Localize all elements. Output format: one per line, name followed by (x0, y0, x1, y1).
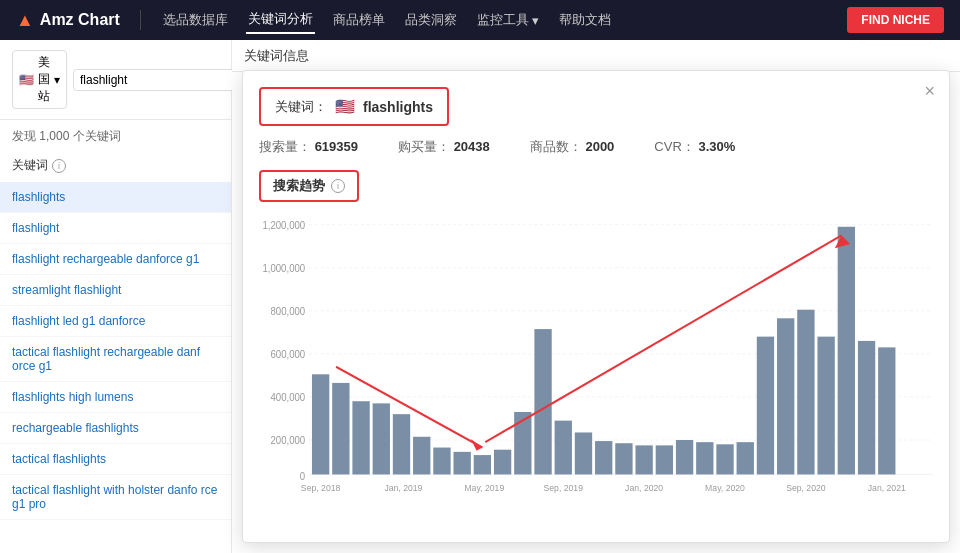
bar-3 (352, 401, 369, 474)
nav-divider (140, 10, 141, 30)
region-label: 美国站 (38, 54, 50, 105)
region-selector[interactable]: 🇺🇸 美国站 ▾ (12, 50, 67, 109)
keyword-item-flashlight-led[interactable]: flashlight led g1 danforce (0, 306, 231, 337)
stats-row: 搜索量： 619359 购买量： 20438 商品数： 2000 CVR： 3.… (259, 138, 933, 156)
app-header: ▲ Amz Chart 选品数据库 关键词分析 商品榜单 品类洞察 监控工具 ▾… (0, 0, 960, 40)
chart-svg: 1,200,000 1,000,000 800,000 600,000 400,… (259, 216, 933, 496)
sidebar: 🇺🇸 美国站 ▾ 发现 1,000 个关键词 关键词 i flashlights… (0, 40, 232, 553)
chevron-down-icon: ▾ (54, 73, 60, 87)
nav-item-rankings[interactable]: 商品榜单 (331, 7, 387, 33)
bar-21 (716, 444, 733, 474)
bar-15 (595, 441, 612, 474)
nav-item-product-db[interactable]: 选品数据库 (161, 7, 230, 33)
close-button[interactable]: × (924, 81, 935, 102)
bar-26 (817, 337, 834, 475)
keyword-item-high-lumens[interactable]: flashlights high lumens (0, 382, 231, 413)
svg-text:Jan, 2020: Jan, 2020 (625, 482, 663, 493)
keyword-search-input[interactable] (73, 69, 237, 91)
search-volume-stat: 搜索量： 619359 (259, 138, 358, 156)
svg-text:Sep, 2019: Sep, 2019 (544, 482, 584, 493)
svg-text:May, 2020: May, 2020 (705, 482, 745, 493)
bar-4 (373, 403, 390, 474)
svg-text:400,000: 400,000 (270, 392, 305, 404)
bar-27 (838, 227, 855, 475)
svg-text:800,000: 800,000 (270, 306, 305, 318)
content-area: 关键词信息 × 关键词： 🇺🇸 flashlights 搜索量： 619359 … (232, 40, 960, 553)
bar-5 (393, 414, 410, 474)
svg-text:Sep, 2020: Sep, 2020 (786, 482, 826, 493)
keyword-item-rechargeable-flashlights[interactable]: rechargeable flashlights (0, 413, 231, 444)
keyword-list: flashlights flashlight flashlight rechar… (0, 182, 231, 553)
keyword-item-tactical-holster[interactable]: tactical flashlight with holster danfo r… (0, 475, 231, 520)
trend-info-icon[interactable]: i (331, 179, 345, 193)
svg-text:1,000,000: 1,000,000 (262, 263, 305, 275)
keyword-highlight-box: 关键词： 🇺🇸 flashlights (259, 87, 449, 126)
bar-23 (757, 337, 774, 475)
cvr-stat: CVR： 3.30% (654, 138, 735, 156)
keyword-item-flashlights[interactable]: flashlights (0, 182, 231, 213)
product-count-stat: 商品数： 2000 (530, 138, 615, 156)
bar-29 (878, 347, 895, 474)
find-niche-button[interactable]: FIND NICHE (847, 7, 944, 33)
bar-18 (656, 445, 673, 474)
bar-14 (575, 432, 592, 474)
logo-icon: ▲ (16, 10, 34, 31)
bar-19 (676, 440, 693, 474)
bar-12 (534, 329, 551, 474)
bar-16 (615, 443, 632, 474)
bar-6 (413, 437, 430, 475)
bar-10 (494, 450, 511, 475)
logo: ▲ Amz Chart (16, 10, 120, 31)
trend-section-box: 搜索趋势 i (259, 170, 359, 202)
svg-text:600,000: 600,000 (270, 349, 305, 361)
keyword-item-tactical-rechargeable[interactable]: tactical flashlight rechargeable danf or… (0, 337, 231, 382)
svg-text:200,000: 200,000 (270, 435, 305, 447)
svg-text:0: 0 (300, 470, 306, 482)
nav-item-keyword-analysis[interactable]: 关键词分析 (246, 6, 315, 34)
nav-bar: 选品数据库 关键词分析 商品榜单 品类洞察 监控工具 ▾ 帮助文档 (161, 6, 613, 34)
flag-icon: 🇺🇸 (19, 73, 34, 87)
keyword-item-tactical-flashlights[interactable]: tactical flashlights (0, 444, 231, 475)
logo-text: Amz Chart (40, 11, 120, 29)
bar-22 (737, 442, 754, 474)
keyword-prefix-label: 关键词： (275, 98, 327, 116)
bar-8 (453, 452, 470, 475)
bar-17 (635, 445, 652, 474)
info-icon[interactable]: i (52, 159, 66, 173)
svg-marker-23 (471, 439, 483, 451)
bar-28 (858, 341, 875, 475)
sidebar-top: 🇺🇸 美国站 ▾ (0, 40, 231, 120)
main-layout: 🇺🇸 美国站 ▾ 发现 1,000 个关键词 关键词 i flashlights… (0, 40, 960, 553)
keyword-value: flashlights (363, 99, 433, 115)
svg-text:1,200,000: 1,200,000 (262, 219, 305, 231)
keyword-item-flashlight-rechargeable[interactable]: flashlight rechargeable danforce g1 (0, 244, 231, 275)
trend-label: 搜索趋势 (273, 177, 325, 195)
us-flag-icon: 🇺🇸 (335, 97, 355, 116)
discover-header: 发现 1,000 个关键词 (0, 120, 231, 153)
nav-item-category-insights[interactable]: 品类洞察 (403, 7, 459, 33)
svg-text:May, 2019: May, 2019 (464, 482, 504, 493)
bar-1 (312, 374, 329, 474)
keyword-item-streamlight[interactable]: streamlight flashlight (0, 275, 231, 306)
search-trend-chart: 1,200,000 1,000,000 800,000 600,000 400,… (259, 216, 933, 496)
keyword-info-modal: × 关键词： 🇺🇸 flashlights 搜索量： 619359 购买量： 2… (242, 70, 950, 543)
bar-25 (797, 310, 814, 475)
svg-text:Sep, 2018: Sep, 2018 (301, 482, 341, 493)
nav-item-monitoring[interactable]: 监控工具 ▾ (475, 7, 541, 33)
svg-text:Jan, 2021: Jan, 2021 (868, 482, 906, 493)
keyword-column-header: 关键词 i (0, 153, 231, 182)
chevron-down-icon: ▾ (532, 13, 539, 28)
nav-item-help[interactable]: 帮助文档 (557, 7, 613, 33)
bar-20 (696, 442, 713, 474)
modal-tab-title: 关键词信息 (244, 47, 309, 65)
purchase-volume-stat: 购买量： 20438 (398, 138, 490, 156)
keyword-item-flashlight[interactable]: flashlight (0, 213, 231, 244)
bar-9 (474, 455, 491, 474)
bar-7 (433, 448, 450, 475)
bar-13 (555, 421, 572, 475)
bar-24 (777, 318, 794, 474)
bar-2 (332, 383, 349, 475)
svg-text:Jan, 2019: Jan, 2019 (384, 482, 422, 493)
